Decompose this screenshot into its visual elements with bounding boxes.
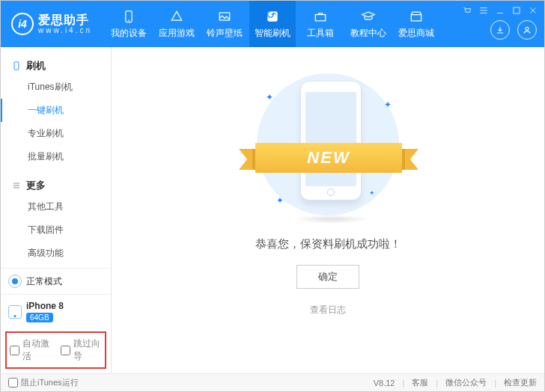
minimize-icon[interactable] bbox=[495, 5, 505, 16]
nav-store[interactable]: 爱思商城 bbox=[393, 1, 439, 47]
device-panel[interactable]: iPhone 8 64GB bbox=[1, 294, 111, 328]
prevent-itunes-label: 阻止iTunes运行 bbox=[21, 377, 79, 388]
nav-label: 爱思商城 bbox=[398, 27, 434, 40]
checkbox-skip-wizard[interactable]: 跳过向导 bbox=[61, 337, 103, 363]
device-thumb-icon bbox=[8, 305, 22, 319]
sidebar-section-more: 更多 bbox=[1, 174, 111, 194]
nav-label: 智能刷机 bbox=[255, 27, 290, 40]
svg-point-1 bbox=[128, 19, 130, 21]
sidebar: 刷机 iTunes刷机 一键刷机 专业刷机 批量刷机 更多 其他工具 下载固件 … bbox=[1, 47, 112, 373]
success-illustration: ✦ ✦ ✦ ✦ NEW bbox=[249, 70, 407, 219]
top-nav: 我的设备 应用游戏 铃声壁纸 智能刷机 bbox=[106, 1, 439, 47]
mode-indicator[interactable]: 正常模式 bbox=[1, 268, 111, 294]
cart-icon[interactable] bbox=[462, 5, 472, 16]
brand-badge: i4 bbox=[11, 13, 34, 35]
auto-activate-label: 自动激活 bbox=[22, 337, 52, 363]
mode-label: 正常模式 bbox=[26, 275, 62, 288]
main-panel: ✦ ✦ ✦ ✦ NEW 恭喜您，保资料刷机成功啦！ 确定 查看日志 bbox=[112, 47, 544, 373]
sidebar-item-advanced[interactable]: 高级功能 bbox=[1, 242, 111, 265]
bottom-options-box: 自动激活 跳过向导 bbox=[5, 331, 106, 369]
brand-logo: i4 爱思助手 www.i4.cn bbox=[11, 13, 92, 35]
skip-wizard-input[interactable] bbox=[61, 346, 70, 355]
nav-label: 教程中心 bbox=[350, 27, 386, 40]
device-capacity-badge: 64GB bbox=[26, 313, 53, 322]
checkbox-auto-activate[interactable]: 自动激活 bbox=[10, 337, 52, 363]
maximize-icon[interactable] bbox=[511, 5, 522, 16]
skip-wizard-label: 跳过向导 bbox=[73, 337, 103, 363]
header-actions bbox=[490, 20, 537, 40]
sidebar-item-download-firmware[interactable]: 下载固件 bbox=[1, 218, 111, 242]
brand-name: 爱思助手 bbox=[38, 13, 92, 27]
nav-toolbox[interactable]: 工具箱 bbox=[297, 1, 344, 47]
app-header: i4 爱思助手 www.i4.cn 我的设备 应用游戏 bbox=[1, 1, 544, 47]
menu-lines-icon bbox=[11, 180, 22, 191]
refresh-icon bbox=[265, 9, 280, 24]
section-title: 刷机 bbox=[26, 59, 46, 73]
store-icon bbox=[409, 9, 424, 24]
prevent-itunes-checkbox[interactable] bbox=[8, 378, 18, 388]
toolbox-icon bbox=[313, 9, 328, 24]
sidebar-item-batch-flash[interactable]: 批量刷机 bbox=[1, 145, 111, 168]
wechat-link[interactable]: 微信公众号 bbox=[445, 377, 487, 388]
svg-rect-5 bbox=[514, 7, 520, 13]
image-icon bbox=[217, 9, 232, 24]
nav-label: 应用游戏 bbox=[159, 27, 195, 40]
nav-my-device[interactable]: 我的设备 bbox=[106, 1, 152, 47]
svg-rect-7 bbox=[14, 62, 19, 70]
confirm-button[interactable]: 确定 bbox=[296, 265, 359, 289]
appstore-icon bbox=[169, 9, 184, 24]
brand-domain: www.i4.cn bbox=[38, 26, 92, 34]
customer-service-link[interactable]: 客服 bbox=[412, 377, 428, 388]
success-message: 恭喜您，保资料刷机成功啦！ bbox=[255, 237, 401, 251]
smartphone-icon bbox=[121, 9, 136, 24]
nav-label: 铃声壁纸 bbox=[207, 27, 243, 40]
sidebar-item-itunes-flash[interactable]: iTunes刷机 bbox=[1, 76, 111, 99]
menu-icon[interactable] bbox=[478, 5, 489, 16]
version-label: V8.12 bbox=[374, 379, 395, 388]
download-icon[interactable] bbox=[490, 20, 510, 40]
svg-rect-4 bbox=[315, 14, 325, 20]
sidebar-section-flash: 刷机 bbox=[1, 55, 111, 74]
sidebar-item-pro-flash[interactable]: 专业刷机 bbox=[1, 122, 111, 145]
ribbon-text: NEW bbox=[255, 143, 402, 173]
graduation-icon bbox=[361, 9, 376, 24]
window-controls bbox=[462, 5, 538, 16]
device-name: iPhone 8 bbox=[26, 301, 64, 311]
new-ribbon: NEW bbox=[239, 137, 418, 179]
nav-smart-flash[interactable]: 智能刷机 bbox=[249, 1, 296, 47]
svg-point-6 bbox=[526, 27, 529, 30]
auto-activate-input[interactable] bbox=[10, 346, 19, 355]
user-icon[interactable] bbox=[517, 20, 537, 40]
nav-tutorials[interactable]: 教程中心 bbox=[345, 1, 392, 47]
nav-label: 工具箱 bbox=[307, 27, 334, 40]
status-bar: 阻止iTunes运行 V8.12 | 客服 | 微信公众号 | 检查更新 bbox=[1, 373, 544, 391]
check-update-link[interactable]: 检查更新 bbox=[504, 377, 537, 388]
nav-apps-games[interactable]: 应用游戏 bbox=[153, 1, 200, 47]
close-icon[interactable] bbox=[528, 5, 538, 16]
mode-dot-icon bbox=[8, 275, 22, 288]
nav-ringtone-wallpaper[interactable]: 铃声壁纸 bbox=[201, 1, 248, 47]
nav-label: 我的设备 bbox=[111, 27, 147, 40]
view-log-link[interactable]: 查看日志 bbox=[310, 304, 346, 316]
sidebar-item-oneclick-flash[interactable]: 一键刷机 bbox=[1, 99, 111, 122]
sidebar-item-other-tools[interactable]: 其他工具 bbox=[1, 195, 111, 218]
section-title: 更多 bbox=[26, 179, 46, 192]
device-icon bbox=[11, 61, 22, 71]
